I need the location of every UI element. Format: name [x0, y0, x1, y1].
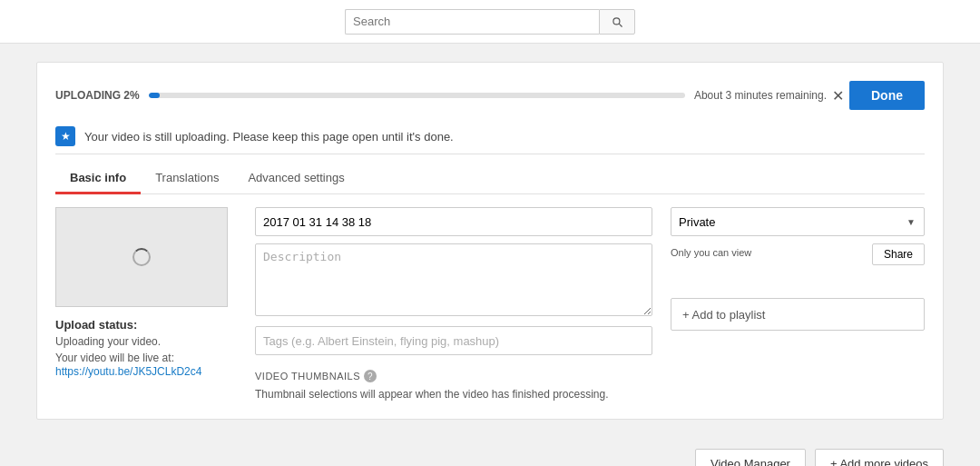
privacy-select-container: Private Public Unlisted ▼: [671, 207, 925, 236]
time-remaining: About 3 minutes remaining.: [694, 89, 827, 102]
video-manager-button[interactable]: Video Manager: [695, 449, 806, 466]
info-message: Your video is still uploading. Please ke…: [84, 130, 454, 144]
right-panel: VIDEO THUMBNAILS ? Thumbnail selections …: [255, 207, 925, 401]
add-more-videos-button[interactable]: + Add more videos: [815, 449, 944, 466]
bottom-bar: Video Manager + Add more videos: [0, 438, 980, 466]
search-button[interactable]: [599, 9, 635, 35]
privacy-note-row: Only you can view Share: [671, 243, 925, 265]
form-left: VIDEO THUMBNAILS ? Thumbnail selections …: [255, 207, 652, 401]
share-button[interactable]: Share: [872, 243, 925, 265]
info-banner: Your video is still uploading. Please ke…: [55, 119, 925, 154]
help-icon[interactable]: ?: [364, 370, 377, 382]
info-star-icon: [55, 126, 75, 146]
left-panel: Upload status: Uploading your video. You…: [55, 207, 237, 401]
add-playlist-button[interactable]: + Add to playlist: [671, 298, 925, 331]
close-button[interactable]: ✕: [827, 87, 849, 104]
description-textarea[interactable]: [255, 243, 652, 316]
form-right: Private Public Unlisted ▼ Only you can v…: [671, 207, 925, 401]
done-button[interactable]: Done: [849, 81, 925, 110]
thumbnail-spinner: [132, 248, 151, 266]
thumbnails-text: Thumbnail selections will appear when th…: [255, 388, 652, 401]
progress-label: UPLOADING 2%: [55, 89, 140, 102]
progress-bar-container: [149, 93, 685, 98]
form-row: VIDEO THUMBNAILS ? Thumbnail selections …: [255, 207, 925, 401]
search-input[interactable]: [345, 9, 599, 35]
main-content: UPLOADING 2% About 3 minutes remaining. …: [0, 44, 980, 438]
upload-card: UPLOADING 2% About 3 minutes remaining. …: [36, 62, 944, 420]
tab-advanced-settings[interactable]: Advanced settings: [233, 164, 358, 194]
search-icon: [611, 15, 623, 28]
upload-status-text: Uploading your video.: [55, 335, 237, 348]
tab-basic-info[interactable]: Basic info: [55, 164, 141, 194]
upload-live-label: Your video will be live at:: [55, 352, 237, 364]
search-container: [345, 9, 635, 35]
topbar: [0, 0, 980, 44]
thumbnails-label: VIDEO THUMBNAILS ?: [255, 370, 652, 382]
card-inner: Upload status: Uploading your video. You…: [55, 207, 925, 401]
tags-input[interactable]: [255, 326, 652, 355]
tab-translations[interactable]: Translations: [141, 164, 233, 194]
upload-link[interactable]: https://youtu.be/JK5JCLkD2c4: [55, 365, 201, 378]
thumbnail-box: [55, 207, 228, 307]
privacy-select[interactable]: Private Public Unlisted: [671, 207, 925, 236]
title-input[interactable]: [255, 207, 652, 236]
upload-header: UPLOADING 2% About 3 minutes remaining. …: [55, 81, 925, 110]
upload-progress-section: UPLOADING 2% About 3 minutes remaining.: [55, 89, 827, 102]
tabs: Basic info Translations Advanced setting…: [55, 164, 925, 194]
progress-bar-fill: [149, 93, 160, 98]
thumbnails-section: VIDEO THUMBNAILS ? Thumbnail selections …: [255, 370, 652, 401]
privacy-note: Only you can view: [671, 247, 751, 258]
upload-status-label: Upload status:: [55, 318, 237, 332]
